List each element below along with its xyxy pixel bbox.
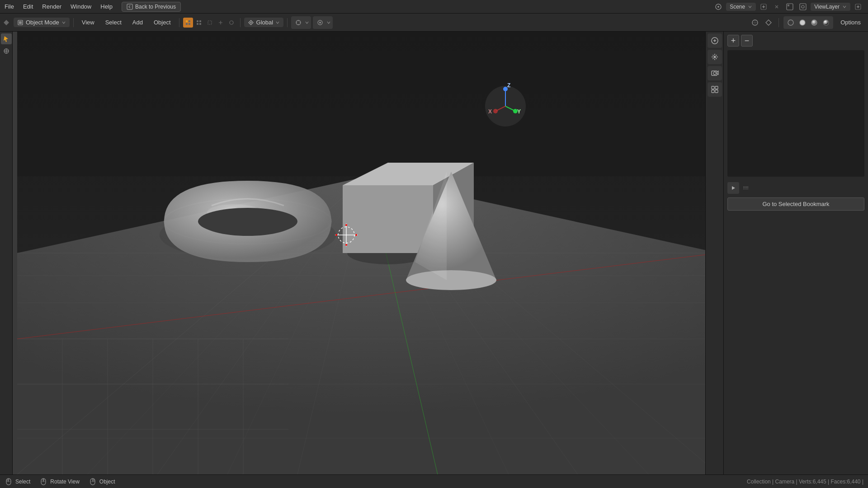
viewport[interactable]: Z Y X bbox=[13, 32, 723, 474]
select-mode4-icon bbox=[217, 19, 224, 26]
zoom-in-btn[interactable] bbox=[708, 33, 722, 48]
camera-btn[interactable] bbox=[708, 66, 722, 80]
svg-point-76 bbox=[335, 234, 337, 236]
svg-point-78 bbox=[345, 224, 347, 226]
snap-expand-icon bbox=[305, 20, 309, 25]
menu-render[interactable]: Render bbox=[38, 1, 66, 12]
menu-window[interactable]: Window bbox=[66, 1, 96, 12]
solid-btn[interactable] bbox=[797, 17, 808, 28]
grab-btn[interactable] bbox=[708, 50, 722, 64]
add-menu[interactable]: Add bbox=[128, 18, 147, 27]
header-right: Scene bbox=[713, 1, 868, 12]
play-btn[interactable] bbox=[727, 182, 739, 194]
viewlayer-add-icon-btn[interactable] bbox=[853, 1, 863, 12]
solid-icon bbox=[798, 19, 807, 27]
back-to-previous-button[interactable]: Back to Previous bbox=[122, 2, 181, 12]
go-to-bookmark-btn[interactable]: Go to Selected Bookmark bbox=[727, 197, 864, 211]
svg-rect-10 bbox=[19, 21, 22, 24]
select-mode-lasso[interactable] bbox=[205, 18, 215, 28]
back-icon bbox=[127, 4, 133, 10]
transform-dropdown-icon bbox=[275, 20, 280, 25]
object-menu[interactable]: Object bbox=[149, 18, 175, 27]
svg-point-19 bbox=[230, 21, 233, 24]
add-bookmark-btn[interactable]: + bbox=[727, 35, 739, 47]
svg-point-86 bbox=[493, 109, 498, 113]
right-sidebar: N Camera Bookmarks ⋮⋮ + − ⠿⠿ bbox=[723, 0, 868, 488]
options-btn[interactable]: Options bbox=[836, 18, 865, 27]
select-mode-4[interactable] bbox=[216, 18, 226, 28]
material-btn[interactable] bbox=[809, 17, 820, 28]
remove-bookmark-btn[interactable]: − bbox=[741, 35, 753, 47]
snap-icon bbox=[295, 19, 302, 26]
transform-orientation[interactable]: Global bbox=[244, 18, 284, 27]
select-mode-box[interactable] bbox=[183, 18, 193, 28]
svg-rect-17 bbox=[197, 23, 198, 25]
right-viewport-icons bbox=[705, 32, 723, 474]
proportional-group bbox=[313, 16, 333, 29]
bookmark-list[interactable] bbox=[727, 50, 864, 177]
svg-rect-15 bbox=[197, 20, 198, 22]
svg-point-93 bbox=[713, 72, 716, 75]
view-layer-selector[interactable]: ViewLayer bbox=[811, 3, 850, 11]
select-lasso-icon bbox=[207, 19, 213, 26]
sep4 bbox=[287, 18, 288, 27]
scene-close-icon-btn[interactable] bbox=[771, 1, 782, 12]
svg-rect-12 bbox=[189, 20, 190, 22]
svg-text:X: X bbox=[488, 108, 492, 115]
select-circle-icon bbox=[196, 19, 202, 26]
mouse-left-icon bbox=[5, 478, 13, 486]
svg-rect-5 bbox=[788, 5, 789, 6]
menu-file[interactable]: File bbox=[0, 1, 19, 12]
select-mode-circle[interactable] bbox=[194, 18, 204, 28]
view-menu[interactable]: View bbox=[77, 18, 99, 27]
menu-help[interactable]: Help bbox=[96, 1, 117, 12]
viewport-mode-icon bbox=[3, 19, 10, 26]
material-icon bbox=[810, 19, 818, 27]
mouse-icon bbox=[39, 478, 47, 486]
render-preview-btn[interactable] bbox=[821, 17, 831, 28]
scene-icon bbox=[715, 3, 722, 10]
scene-add-icon bbox=[760, 4, 767, 10]
proportional-icon bbox=[316, 19, 324, 26]
tool-select[interactable] bbox=[1, 33, 12, 44]
scene-selector[interactable]: Scene bbox=[726, 3, 756, 11]
svg-marker-66 bbox=[343, 185, 433, 253]
svg-point-7 bbox=[802, 5, 804, 8]
viewlayer-add-icon bbox=[855, 4, 861, 10]
select-mode-5[interactable] bbox=[226, 18, 236, 28]
svg-rect-99 bbox=[6, 479, 9, 482]
view-layer-label: ViewLayer bbox=[814, 4, 840, 10]
scene-icon-btn[interactable] bbox=[713, 1, 724, 12]
grid-btn[interactable] bbox=[708, 82, 722, 97]
sep1 bbox=[73, 18, 74, 27]
zoom-in-icon bbox=[710, 36, 719, 45]
grid-dots-icon: ⠿⠿ bbox=[743, 186, 748, 191]
scene-label: Scene bbox=[730, 4, 745, 10]
select-menu[interactable]: Select bbox=[101, 18, 126, 27]
svg-point-64 bbox=[203, 211, 293, 236]
svg-rect-96 bbox=[712, 90, 714, 93]
viewlayer-icon-btn[interactable] bbox=[797, 1, 808, 12]
select-box-icon bbox=[185, 19, 191, 26]
wireframe-btn[interactable] bbox=[785, 17, 796, 28]
render-icon-btn[interactable] bbox=[784, 1, 795, 12]
menu-edit[interactable]: Edit bbox=[19, 1, 38, 12]
torus-object bbox=[160, 181, 336, 262]
scene-add-icon-btn[interactable] bbox=[758, 1, 769, 12]
render-preview-icon bbox=[822, 19, 830, 27]
svg-rect-13 bbox=[186, 23, 188, 25]
proportional-btn[interactable] bbox=[315, 17, 326, 28]
svg-point-28 bbox=[823, 20, 829, 25]
snap-btn[interactable] bbox=[293, 17, 304, 28]
wireframe-icon bbox=[787, 19, 795, 27]
viewlayer-expand-icon bbox=[842, 5, 847, 9]
viewport-overlay-btn[interactable] bbox=[750, 17, 760, 28]
mode-dropdown[interactable]: Object Mode bbox=[14, 18, 70, 27]
snap-group bbox=[291, 16, 311, 29]
status-object: Object bbox=[89, 478, 115, 486]
tool-cursor[interactable] bbox=[1, 46, 12, 56]
render-icon bbox=[786, 3, 793, 10]
viewport-gizmo-btn[interactable] bbox=[763, 17, 774, 28]
sep5 bbox=[778, 18, 779, 27]
svg-rect-94 bbox=[712, 86, 714, 89]
